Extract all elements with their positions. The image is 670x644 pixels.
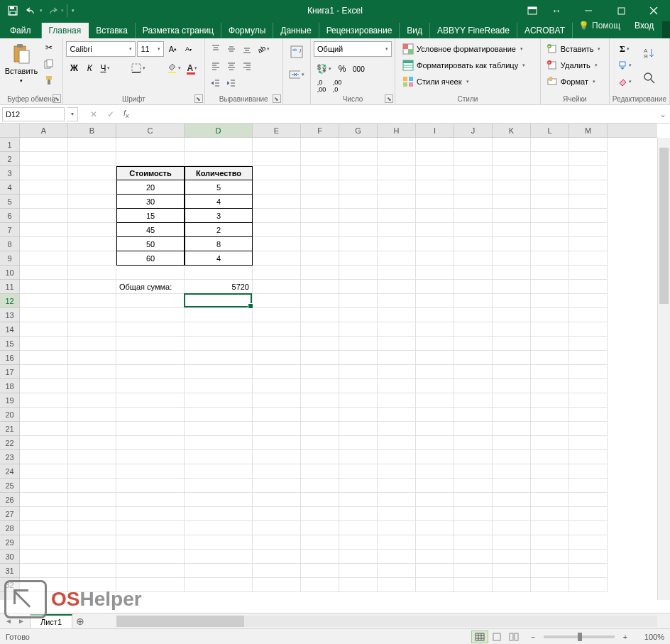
cell-K18[interactable]: [493, 379, 531, 393]
close-button[interactable]: [637, 0, 670, 21]
col-header-A[interactable]: A: [20, 124, 68, 137]
cell-E17[interactable]: [253, 365, 301, 379]
cell-B25[interactable]: [68, 479, 116, 493]
cell-K3[interactable]: [493, 166, 531, 180]
cell-G29[interactable]: [339, 535, 378, 550]
cell-L9[interactable]: [531, 251, 569, 266]
cell-I3[interactable]: [416, 166, 454, 180]
find-select-button[interactable]: [639, 66, 659, 90]
zoom-out-button[interactable]: −: [528, 633, 538, 641]
cell-B4[interactable]: [68, 180, 116, 195]
cell-H14[interactable]: [378, 322, 416, 337]
orientation-button[interactable]: ab▾: [255, 41, 273, 57]
cell-H7[interactable]: [378, 223, 416, 237]
cell-M32[interactable]: [569, 578, 608, 592]
cell-D22[interactable]: [185, 436, 253, 450]
cell-J28[interactable]: [454, 521, 493, 535]
row-header-27[interactable]: 27: [0, 507, 19, 521]
name-box[interactable]: D12: [2, 107, 65, 121]
cell-C23[interactable]: [116, 450, 185, 464]
cell-E21[interactable]: [253, 422, 301, 436]
cell-I1[interactable]: [416, 138, 454, 152]
cell-M27[interactable]: [569, 507, 608, 521]
cell-J19[interactable]: [454, 393, 493, 408]
font-size-dropdown[interactable]: 11▾: [137, 41, 164, 57]
cell-I13[interactable]: [416, 308, 454, 322]
cell-C16[interactable]: [116, 351, 185, 365]
cell-E26[interactable]: [253, 493, 301, 507]
cell-I14[interactable]: [416, 322, 454, 337]
cell-D20[interactable]: [185, 408, 253, 422]
font-name-dropdown[interactable]: Calibri▾: [66, 41, 136, 57]
cell-E7[interactable]: [253, 223, 301, 237]
cell-J10[interactable]: [454, 266, 493, 280]
cell-M26[interactable]: [569, 493, 608, 507]
cell-M7[interactable]: [569, 223, 608, 237]
cell-M1[interactable]: [569, 138, 608, 152]
cell-G1[interactable]: [339, 138, 378, 152]
cell-D12[interactable]: [185, 294, 253, 308]
qat-customize[interactable]: ▾: [72, 8, 75, 13]
redo-button[interactable]: [44, 3, 61, 18]
cell-H1[interactable]: [378, 138, 416, 152]
cell-D16[interactable]: [185, 351, 253, 365]
cell-M31[interactable]: [569, 564, 608, 578]
row-header-2[interactable]: 2: [0, 152, 19, 166]
row-header-19[interactable]: 19: [0, 393, 19, 408]
cell-G15[interactable]: [339, 337, 378, 351]
cell-H17[interactable]: [378, 365, 416, 379]
new-sheet-button[interactable]: ⊕: [72, 614, 88, 628]
cell-K30[interactable]: [493, 550, 531, 564]
cell-D28[interactable]: [185, 521, 253, 535]
cell-D24[interactable]: [185, 464, 253, 479]
cell-F18[interactable]: [301, 379, 339, 393]
cell-L24[interactable]: [531, 464, 569, 479]
grow-font-button[interactable]: A▴: [165, 41, 180, 57]
select-all-corner[interactable]: [0, 124, 20, 138]
cell-D9[interactable]: 4: [185, 251, 253, 266]
decrease-decimal-button[interactable]: ,00,0: [329, 78, 345, 94]
cell-F2[interactable]: [301, 152, 339, 166]
cell-F31[interactable]: [301, 564, 339, 578]
cell-E29[interactable]: [253, 535, 301, 550]
cell-A28[interactable]: [20, 521, 68, 535]
undo-button[interactable]: [23, 3, 40, 18]
cell-F12[interactable]: [301, 294, 339, 308]
cell-K22[interactable]: [493, 436, 531, 450]
cell-F28[interactable]: [301, 521, 339, 535]
cell-K16[interactable]: [493, 351, 531, 365]
row-header-14[interactable]: 14: [0, 322, 19, 337]
cell-I18[interactable]: [416, 379, 454, 393]
cell-grid[interactable]: СтоимостьКоличество205304153452508604Общ…: [20, 138, 657, 600]
cell-C31[interactable]: [116, 564, 185, 578]
cell-H20[interactable]: [378, 408, 416, 422]
cell-B19[interactable]: [68, 393, 116, 408]
cell-F30[interactable]: [301, 550, 339, 564]
decrease-indent-button[interactable]: [208, 75, 224, 91]
cell-C8[interactable]: 50: [116, 237, 185, 251]
cell-E16[interactable]: [253, 351, 301, 365]
cell-D27[interactable]: [185, 507, 253, 521]
cell-F23[interactable]: [301, 450, 339, 464]
cell-J18[interactable]: [454, 379, 493, 393]
cell-L18[interactable]: [531, 379, 569, 393]
cell-F17[interactable]: [301, 365, 339, 379]
cell-M16[interactable]: [569, 351, 608, 365]
col-header-M[interactable]: M: [569, 124, 608, 137]
cell-A6[interactable]: [20, 209, 68, 223]
cell-M9[interactable]: [569, 251, 608, 266]
row-header-10[interactable]: 10: [0, 266, 19, 280]
row-header-11[interactable]: 11: [0, 280, 19, 294]
format-painter-button[interactable]: [41, 72, 57, 88]
percent-button[interactable]: %: [334, 61, 350, 77]
cell-C14[interactable]: [116, 322, 185, 337]
cell-G19[interactable]: [339, 393, 378, 408]
minimize-button[interactable]: [572, 0, 605, 21]
cell-A1[interactable]: [20, 138, 68, 152]
cell-I21[interactable]: [416, 422, 454, 436]
cell-K1[interactable]: [493, 138, 531, 152]
cell-C1[interactable]: [116, 138, 185, 152]
cell-L17[interactable]: [531, 365, 569, 379]
cell-B1[interactable]: [68, 138, 116, 152]
cell-C20[interactable]: [116, 408, 185, 422]
